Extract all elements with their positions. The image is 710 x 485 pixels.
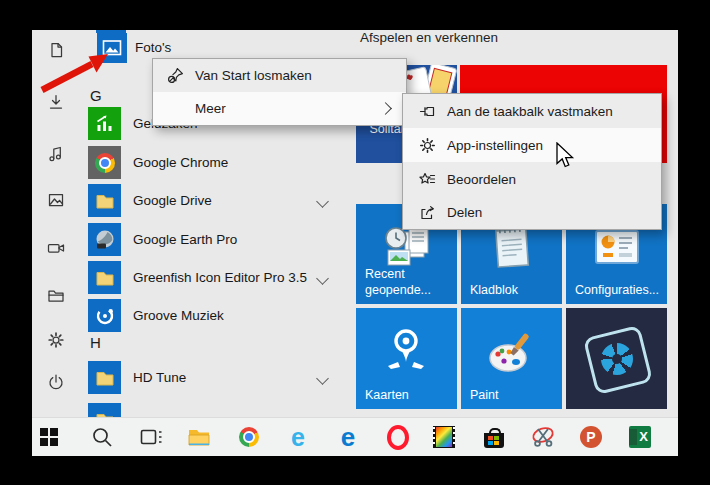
microsoft-store-icon[interactable]: [482, 425, 506, 449]
taskbar: e e P X: [32, 417, 678, 456]
menu-item-label: Van Start losmaken: [195, 68, 312, 83]
settings-icon[interactable]: [47, 331, 65, 349]
pictures-icon[interactable]: [47, 191, 65, 209]
folder-icon: [88, 261, 121, 294]
app-label: Google Chrome: [133, 155, 228, 170]
pin-icon: [419, 103, 436, 120]
excel-icon[interactable]: X: [628, 425, 652, 449]
start-button[interactable]: [37, 425, 61, 449]
menu-item-app-settings[interactable]: App-instellingen: [403, 128, 661, 162]
menu-item-label: Meer: [195, 101, 226, 116]
app-list-item-google-drive[interactable]: Google Drive: [88, 184, 350, 217]
folder-icon: [88, 184, 121, 217]
app-list-item-groove[interactable]: Groove Muziek: [88, 299, 350, 332]
chevron-down-icon[interactable]: [316, 372, 329, 385]
app-label: HD Tune: [133, 370, 186, 385]
tile-label: Paint: [470, 387, 499, 403]
app-label: Greenfish Icon Editor Pro 3.5: [133, 270, 307, 285]
menu-item-pin-to-taskbar[interactable]: Aan de taakbalk vastmaken: [403, 94, 661, 128]
videos-icon[interactable]: [47, 239, 65, 257]
context-submenu: Aan de taakbalk vastmaken App-instelling…: [402, 93, 662, 230]
unpin-icon: [167, 67, 184, 84]
maps-icon: [383, 326, 429, 378]
tile-label: Configuraties...: [575, 282, 659, 298]
tile-label-line: geopende...: [365, 282, 431, 298]
tile-group-header[interactable]: Afspelen en verkennen: [360, 30, 498, 45]
snipping-tool-icon[interactable]: [531, 425, 555, 449]
google-earth-icon: [88, 223, 121, 256]
music-icon[interactable]: [47, 145, 65, 163]
app-list-item-google-earth-pro[interactable]: Google Earth Pro: [88, 223, 350, 256]
edge-icon[interactable]: e: [336, 425, 360, 449]
share-icon: [419, 204, 436, 221]
rate-star-icon: [419, 171, 436, 188]
file-explorer-icon[interactable]: [47, 286, 65, 304]
money-icon: [88, 107, 121, 140]
app-label: Google Earth Pro: [133, 232, 237, 247]
tile-label: Kladblok: [470, 282, 518, 298]
menu-item-rate[interactable]: Beoordelen: [403, 162, 661, 196]
menu-item-more[interactable]: Meer: [153, 92, 406, 125]
opera-icon[interactable]: [386, 425, 410, 449]
tile-label: Kaarten: [365, 387, 409, 403]
app-label: Google Drive: [133, 193, 212, 208]
tile-kaarten[interactable]: Kaarten: [356, 308, 457, 409]
control-panel-icon: [593, 228, 641, 268]
tile-label-line: Recent: [365, 266, 431, 282]
media-player-icon[interactable]: [432, 425, 456, 449]
internet-explorer-icon[interactable]: e: [286, 425, 310, 449]
tile-paint[interactable]: Paint: [461, 308, 562, 409]
context-menu: Van Start losmaken Meer: [152, 58, 407, 126]
mouse-cursor: [556, 142, 578, 172]
section-header-h[interactable]: H: [90, 334, 101, 351]
red-annotation-arrow: [30, 48, 122, 98]
power-icon[interactable]: [47, 373, 65, 391]
menu-item-label: Beoordelen: [447, 172, 516, 187]
chevron-down-icon[interactable]: [316, 195, 329, 208]
groove-icon: [88, 299, 121, 332]
app-list-item-google-chrome[interactable]: Google Chrome: [88, 146, 350, 179]
app-list-item-greenfish[interactable]: Greenfish Icon Editor Pro 3.5: [88, 261, 350, 294]
chevron-down-icon[interactable]: [316, 272, 329, 285]
file-explorer-taskbar-icon[interactable]: [187, 425, 211, 449]
search-button[interactable]: [90, 425, 114, 449]
google-chrome-icon: [88, 146, 121, 179]
aperture-icon: [601, 343, 633, 375]
app-label: Groove Muziek: [133, 308, 224, 323]
paint-icon: [486, 330, 536, 376]
task-view-button[interactable]: [139, 425, 163, 449]
app-list-item-hd-tune[interactable]: HD Tune: [88, 361, 350, 394]
folder-icon: [88, 361, 121, 394]
powerpoint-icon[interactable]: P: [579, 425, 603, 449]
app-list-item-partial[interactable]: [88, 403, 350, 417]
folder-icon: [88, 403, 121, 417]
app-label: Foto's: [135, 40, 171, 55]
chrome-taskbar-icon[interactable]: [237, 425, 261, 449]
menu-item-label: Aan de taakbalk vastmaken: [447, 104, 613, 119]
menu-item-label: Delen: [447, 205, 482, 220]
tile-photoshop-elements[interactable]: [566, 308, 667, 409]
gear-icon: [419, 137, 436, 154]
chevron-right-icon: [379, 102, 392, 115]
menu-item-share[interactable]: Delen: [403, 196, 661, 229]
menu-item-label: App-instellingen: [447, 138, 543, 153]
menu-item-unpin-from-start[interactable]: Van Start losmaken: [153, 59, 406, 92]
